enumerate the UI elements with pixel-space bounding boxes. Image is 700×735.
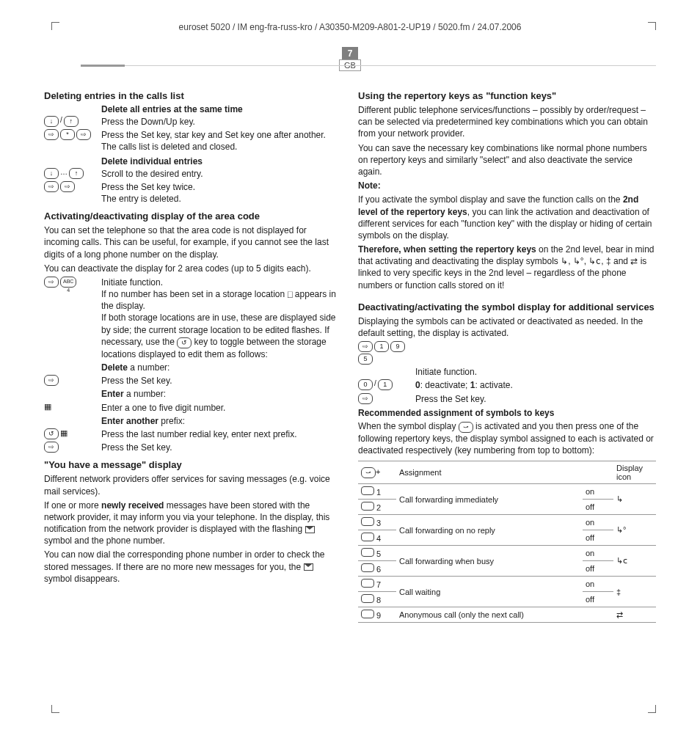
cell: ‡ bbox=[613, 577, 656, 607]
star-key-icon: * bbox=[60, 129, 75, 140]
text: + bbox=[376, 467, 380, 476]
set-key-icon: ⇨ bbox=[44, 375, 59, 386]
text: Initiate function. bbox=[415, 366, 656, 378]
cell: off bbox=[583, 530, 613, 546]
text: 0: deactivate; 1: activate. bbox=[415, 379, 656, 391]
text: Different public telephone services/func… bbox=[358, 104, 656, 140]
text: Displaying the symbols can be activated … bbox=[358, 315, 656, 339]
label-delete: Delete bbox=[101, 362, 128, 373]
envelope-icon bbox=[305, 526, 315, 533]
key-5-icon: 5 bbox=[358, 354, 373, 365]
repertory-key-icon bbox=[361, 486, 374, 495]
key-1-icon: 1 bbox=[378, 379, 393, 390]
key-1-icon: 1 bbox=[374, 341, 389, 352]
column-header: Assignment bbox=[396, 461, 613, 484]
numpad-icon: ▦ bbox=[60, 428, 68, 439]
shift-key-icon: ⤻ bbox=[361, 467, 376, 478]
heading-area-code: Activating/deactivating display of the a… bbox=[44, 211, 342, 222]
cell: Call forwarding immediately bbox=[396, 484, 583, 515]
text: You can set the telephone so that the ar… bbox=[44, 224, 342, 260]
cell: off bbox=[583, 500, 613, 515]
cell: on bbox=[583, 577, 613, 592]
text: a number: bbox=[128, 362, 169, 373]
cell: Call forwarding on no reply bbox=[396, 515, 583, 546]
note-label: Note: bbox=[358, 180, 381, 191]
set-key-icon: ⇨ bbox=[44, 277, 59, 288]
text: Enter a one to five digit number. bbox=[101, 402, 342, 414]
cell: off bbox=[583, 592, 613, 607]
column-header: Display icon bbox=[613, 461, 656, 484]
up-key-icon: ↑ bbox=[64, 116, 79, 127]
text: The entry is deleted. bbox=[101, 194, 181, 204]
set-key-icon: ⇨ bbox=[60, 181, 75, 192]
repertory-key-icon bbox=[361, 579, 374, 588]
text: Press the last number redial key, enter … bbox=[101, 428, 342, 440]
cell: on bbox=[583, 546, 613, 561]
text: If no number has been set in a storage l… bbox=[101, 289, 285, 299]
numpad-icon: ▦ bbox=[44, 402, 51, 412]
redial-key-icon: ↺ bbox=[44, 428, 59, 439]
doc-header: euroset 5020 / IM eng-fra-russ-kro / A30… bbox=[44, 22, 656, 32]
text: You can save the necessary key combinati… bbox=[358, 142, 656, 178]
text: When the symbol display ⤻ is activated a… bbox=[358, 420, 656, 456]
text: If you activate the symbol display and s… bbox=[358, 194, 656, 241]
heading-symbol-display: Deactivating/activating the symbol displ… bbox=[358, 301, 656, 312]
cell: on bbox=[583, 515, 613, 530]
placeholder-icon: ⎕ bbox=[288, 290, 293, 299]
text: Scroll to the desired entry. bbox=[101, 168, 342, 180]
repertory-key-icon bbox=[361, 563, 374, 572]
repertory-key-icon bbox=[361, 548, 374, 557]
repertory-key-icon bbox=[361, 502, 374, 511]
page-number: 7 bbox=[342, 47, 359, 60]
text: The calls list is deleted and closed. bbox=[101, 142, 237, 152]
left-column: Deleting entries in the calls list Delet… bbox=[44, 84, 342, 623]
set-key-icon: ⇨ bbox=[44, 129, 59, 140]
text: You can deactivate the display for 2 are… bbox=[44, 263, 342, 274]
heading-message: "You have a message" display bbox=[44, 459, 342, 470]
cell: ↳ bbox=[613, 484, 656, 515]
redial-key-icon: ↺ bbox=[177, 337, 192, 348]
text: Press the Set key. bbox=[101, 375, 342, 387]
shift-key-icon: ⤻ bbox=[459, 422, 473, 433]
repertory-key-icon bbox=[361, 610, 374, 618]
cell: ↳° bbox=[613, 515, 656, 546]
text: Press the Set key twice. bbox=[101, 182, 195, 192]
text: Therefore, when setting the repertory ke… bbox=[358, 244, 656, 291]
set-key-icon: ⇨ bbox=[44, 181, 59, 192]
repertory-key-icon bbox=[361, 594, 374, 603]
cell: off bbox=[583, 561, 613, 577]
set-key-icon: ⇨ bbox=[358, 393, 373, 404]
text: prefix: bbox=[158, 416, 185, 426]
divider: 7 GB bbox=[44, 47, 656, 77]
set-key-icon: ⇨ bbox=[358, 341, 373, 352]
envelope-icon bbox=[304, 563, 313, 571]
key-0-icon: 0 bbox=[358, 379, 373, 390]
text: Press the Set key. bbox=[415, 393, 656, 405]
set-key-icon: ⇨ bbox=[76, 129, 91, 140]
right-column: Using the repertory keys as "function ke… bbox=[358, 84, 656, 623]
subheading-delete-individual: Delete individual entries bbox=[44, 156, 342, 167]
subheading-recommended: Recommended assignment of symbols to key… bbox=[358, 408, 656, 418]
cell: Call forwarding when busy bbox=[396, 546, 583, 577]
cell: Call waiting bbox=[396, 577, 583, 607]
assignment-table: ⤻+ Assignment Display icon 1Call forward… bbox=[358, 461, 656, 623]
down-key-icon: ↓ bbox=[44, 116, 59, 127]
label-enter-another: Enter another bbox=[101, 416, 158, 426]
key-4-icon: ABC4 bbox=[60, 277, 76, 288]
repertory-key-icon bbox=[361, 533, 374, 541]
set-key-icon: ⇨ bbox=[44, 442, 59, 453]
cell: ↳ᴄ bbox=[613, 546, 656, 577]
text: You can now dial the corresponding phone… bbox=[44, 549, 342, 585]
repertory-key-icon bbox=[361, 517, 374, 526]
text: Initiate function. bbox=[101, 277, 163, 288]
text: If one or more newly received messages h… bbox=[44, 500, 342, 547]
heading-deleting: Deleting entries in the calls list bbox=[44, 90, 342, 101]
cell: ⇄ bbox=[613, 607, 656, 623]
label-enter: Enter bbox=[101, 389, 124, 399]
heading-repertory: Using the repertory keys as "function ke… bbox=[358, 90, 656, 101]
text: Press the Down/Up key. bbox=[101, 116, 342, 128]
key-9-icon: 9 bbox=[390, 341, 405, 352]
cell: Anonymous call (only the next call) bbox=[396, 607, 613, 623]
subheading-delete-all: Delete all entries at the same time bbox=[44, 104, 342, 114]
up-key-icon: ↑ bbox=[69, 168, 84, 179]
